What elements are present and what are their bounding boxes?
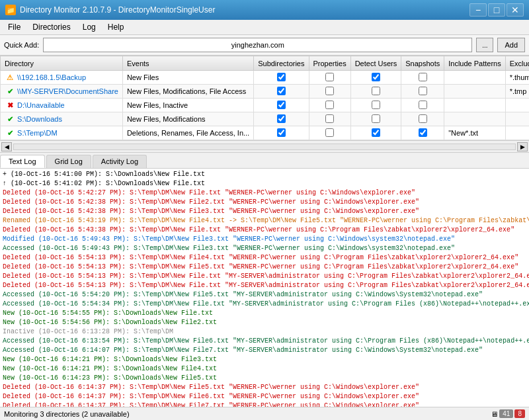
menu-file[interactable]: File — [3, 21, 26, 33]
col-snapshots: Snapshots — [401, 56, 444, 71]
log-entry: Deleted (10-Oct-16 5:54:13 PM): S:\Temp\… — [3, 253, 526, 263]
menubar: File Directories Log Help — [0, 20, 529, 35]
horizontal-scrollbar[interactable]: ◀ ▶ — [0, 141, 529, 153]
events-cell: Deletions, Renames, File Access, In... — [122, 126, 253, 140]
properties-checkbox[interactable] — [325, 128, 334, 137]
tab-activity-log[interactable]: Activity Log — [93, 155, 147, 168]
directory-table: Directory Events Subdirectories Properti… — [0, 56, 529, 140]
subdirs-checkbox[interactable] — [277, 114, 286, 123]
col-include: Include Patterns — [444, 56, 506, 71]
subdirs-checkbox[interactable] — [277, 128, 286, 137]
subdirs-cell — [254, 71, 309, 85]
properties-checkbox[interactable] — [325, 73, 334, 81]
log-entry: Inactive (10-Oct-16 6:13:28 PM): S:\Temp… — [3, 327, 526, 337]
events-cell: New Files — [122, 71, 253, 85]
directory-link[interactable]: \\MY-SERVER\DocumentShare — [17, 87, 118, 95]
titlebar: 📁 Directory Monitor 2.10.7.9 - Directory… — [0, 0, 529, 20]
log-area[interactable]: + (10-Oct-16 5:41:00 PM): S:\Downloads\N… — [0, 169, 529, 407]
include-patterns-cell — [444, 71, 506, 85]
col-exclude: Exclude Patterns — [505, 56, 529, 71]
directory-link[interactable]: S:\Downloads — [17, 115, 62, 123]
quickadd-input[interactable] — [43, 38, 472, 52]
log-entry: Deleted (10-Oct-16 5:43:38 PM): S:\Temp\… — [3, 226, 526, 235]
properties-cell — [309, 71, 350, 85]
menu-help[interactable]: Help — [102, 21, 130, 33]
snapshots-checkbox[interactable] — [419, 73, 427, 81]
detect_users-checkbox[interactable] — [372, 87, 380, 95]
log-entry: Deleted (10-Oct-16 5:54:13 PM): S:\Temp\… — [3, 272, 526, 281]
table-row: ✔ S:\Temp\DMDeletions, Renames, File Acc… — [1, 126, 530, 140]
log-entry: + (10-Oct-16 5:41:00 PM): S:\Downloads\N… — [3, 170, 526, 179]
quickadd-add-button[interactable]: Add — [497, 38, 525, 52]
close-button[interactable]: ✕ — [507, 3, 524, 17]
detect_users-cell — [350, 126, 401, 140]
snapshots-checkbox[interactable] — [419, 101, 427, 109]
badge-monitor-icon: 🖥 — [491, 410, 498, 418]
table-row: ✔ \\MY-SERVER\DocumentShareNew Files, Mo… — [1, 85, 530, 99]
subdirs-cell — [254, 85, 309, 99]
col-events: Events — [122, 56, 253, 71]
directory-table-container: Directory Events Subdirectories Properti… — [0, 56, 529, 141]
subdirs-checkbox[interactable] — [277, 73, 286, 81]
scroll-right-button[interactable]: ▶ — [517, 142, 528, 151]
dir-cell: ⚠ \\192.168.1.5\Backup — [1, 71, 123, 85]
properties-checkbox[interactable] — [325, 114, 334, 123]
snapshots-cell — [401, 126, 444, 140]
scroll-left-button[interactable]: ◀ — [1, 142, 12, 151]
log-entry: New (10-Oct-16 6:14:21 PM): S:\Downloads… — [3, 364, 526, 374]
detect_users-checkbox[interactable] — [372, 101, 380, 109]
tab-grid-log[interactable]: Grid Log — [46, 155, 91, 168]
log-entry: New (10-Oct-16 6:14:21 PM): S:\Downloads… — [3, 355, 526, 364]
menu-log[interactable]: Log — [77, 21, 101, 33]
properties-checkbox[interactable] — [325, 87, 334, 95]
maximize-button[interactable]: □ — [488, 3, 505, 17]
badge-errors: 8 — [514, 409, 525, 418]
detect_users-checkbox[interactable] — [372, 73, 380, 81]
log-entry: Accessed (10-Oct-16 5:49:43 PM): S:\Temp… — [3, 244, 526, 253]
scrollbar-track[interactable] — [13, 144, 516, 150]
titlebar-left: 📁 Directory Monitor 2.10.7.9 - Directory… — [5, 5, 215, 15]
col-properties: Properties — [309, 56, 350, 71]
detect_users-checkbox[interactable] — [372, 128, 380, 137]
detect_users-checkbox[interactable] — [372, 114, 380, 123]
quickadd-browse-button[interactable]: ... — [476, 38, 493, 52]
snapshots-checkbox[interactable] — [419, 128, 427, 137]
dir-cell: ✔ S:\Downloads — [1, 112, 123, 126]
tab-text-log[interactable]: Text Log — [0, 155, 45, 168]
col-directory: Directory — [1, 56, 123, 71]
menu-directories[interactable]: Directories — [27, 21, 75, 33]
log-entry: Modified (10-Oct-16 5:49:43 PM): S:\Temp… — [3, 235, 526, 244]
statusbar-text: Monitoring 3 directories (2 unavailable) — [4, 410, 130, 418]
subdirs-checkbox[interactable] — [277, 87, 286, 95]
status-icon: ✖ — [5, 101, 15, 110]
minimize-button[interactable]: − — [469, 3, 487, 17]
directory-link[interactable]: D:\Unavailable — [17, 101, 65, 109]
properties-checkbox[interactable] — [325, 101, 334, 109]
directory-link[interactable]: S:\Temp\DM — [17, 129, 58, 137]
table-row: ✔ S:\DownloadsNew Files, Modifications — [1, 112, 530, 126]
directory-link[interactable]: \\192.168.1.5\Backup — [17, 73, 86, 81]
log-entry: New (10-Oct-16 5:54:55 PM): S:\Downloads… — [3, 309, 526, 318]
quickadd-bar: Quick Add: ... Add — [0, 35, 529, 56]
detect_users-cell — [350, 112, 401, 126]
log-entry: Deleted (10-Oct-16 5:54:13 PM): S:\Temp\… — [3, 263, 526, 272]
subdirs-checkbox[interactable] — [277, 101, 286, 109]
log-entry: New (10-Oct-16 6:14:23 PM): S:\Downloads… — [3, 374, 526, 383]
exclude-patterns-cell: *.thumbs|*.tmp — [505, 71, 529, 85]
exclude-patterns-cell: *.tmp — [505, 85, 529, 99]
log-entry: Accessed (10-Oct-16 5:54:34 PM): S:\Temp… — [3, 300, 526, 309]
log-entry: Deleted (10-Oct-16 6:14:37 PM): S:\Temp\… — [3, 401, 526, 407]
log-entry: New (10-Oct-16 5:54:56 PM): S:\Downloads… — [3, 318, 526, 327]
include-patterns-cell: "New*.txt — [444, 126, 506, 140]
snapshots-checkbox[interactable] — [419, 87, 427, 95]
table-row: ✖ D:\UnavailableNew Files, Inactive — [1, 99, 530, 112]
exclude-patterns-cell — [505, 112, 529, 126]
properties-cell — [309, 85, 350, 99]
properties-cell — [309, 126, 350, 140]
subdirs-cell — [254, 99, 309, 112]
col-detect-users: Detect Users — [350, 56, 401, 71]
dir-cell: ✔ \\MY-SERVER\DocumentShare — [1, 85, 123, 99]
snapshots-checkbox[interactable] — [419, 114, 427, 123]
include-patterns-cell — [444, 112, 506, 126]
status-icon: ✔ — [5, 87, 15, 96]
